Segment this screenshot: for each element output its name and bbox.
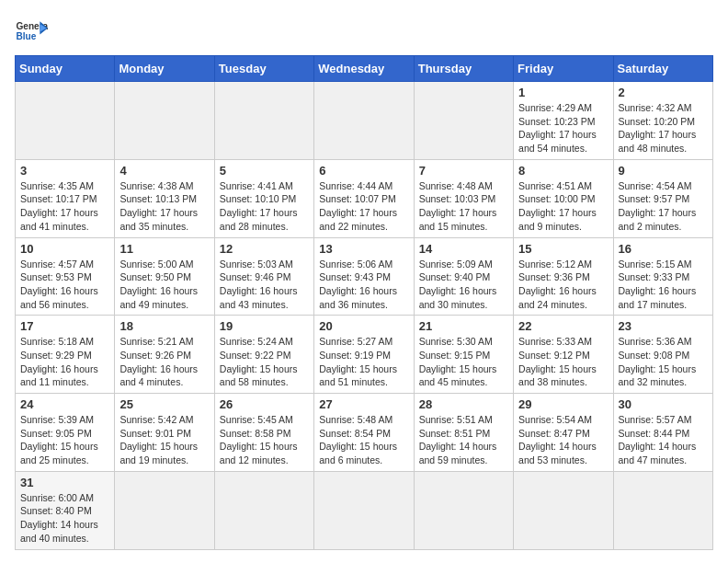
day-info: Sunrise: 5:06 AM Sunset: 9:43 PM Dayligh… [319, 258, 408, 312]
weekday-header-row: SundayMondayTuesdayWednesdayThursdayFrid… [16, 56, 713, 82]
day-number: 16 [619, 242, 708, 256]
calendar-day-cell: 10Sunrise: 4:57 AM Sunset: 9:53 PM Dayli… [16, 237, 115, 316]
day-number: 17 [20, 319, 109, 333]
day-info: Sunrise: 5:51 AM Sunset: 8:51 PM Dayligh… [419, 413, 508, 467]
calendar-day-cell: 4Sunrise: 4:38 AM Sunset: 10:13 PM Dayli… [115, 159, 214, 237]
day-number: 18 [119, 319, 209, 333]
weekday-header-cell: Monday [115, 56, 214, 82]
day-number: 31 [20, 476, 109, 489]
day-number: 14 [419, 242, 508, 256]
day-number: 23 [619, 319, 708, 333]
weekday-header-cell: Wednesday [314, 56, 414, 82]
day-number: 20 [319, 319, 408, 333]
header: General Blue [15, 15, 713, 48]
weekday-header-cell: Friday [514, 56, 613, 82]
calendar-day-cell: 24Sunrise: 5:39 AM Sunset: 9:05 PM Dayli… [16, 394, 115, 472]
day-info: Sunrise: 5:54 AM Sunset: 8:47 PM Dayligh… [518, 413, 608, 467]
day-info: Sunrise: 4:44 AM Sunset: 10:07 PM Daylig… [319, 179, 408, 234]
day-info: Sunrise: 6:00 AM Sunset: 8:40 PM Dayligh… [20, 491, 109, 546]
day-info: Sunrise: 4:57 AM Sunset: 9:53 PM Dayligh… [20, 258, 109, 312]
logo: General Blue [15, 15, 48, 48]
calendar-body: 1Sunrise: 4:29 AM Sunset: 10:23 PM Dayli… [16, 82, 713, 550]
calendar-day-cell: 1Sunrise: 4:29 AM Sunset: 10:23 PM Dayli… [514, 82, 613, 160]
day-info: Sunrise: 4:35 AM Sunset: 10:17 PM Daylig… [20, 179, 109, 234]
day-number: 1 [518, 86, 608, 99]
day-number: 9 [619, 164, 708, 178]
calendar-day-cell: 18Sunrise: 5:21 AM Sunset: 9:26 PM Dayli… [115, 316, 214, 394]
day-info: Sunrise: 4:51 AM Sunset: 10:00 PM Daylig… [518, 179, 608, 234]
calendar-day-cell [414, 82, 513, 160]
day-info: Sunrise: 5:39 AM Sunset: 9:05 PM Dayligh… [20, 413, 109, 467]
calendar-day-cell: 9Sunrise: 4:54 AM Sunset: 9:57 PM Daylig… [613, 159, 712, 237]
calendar-day-cell: 27Sunrise: 5:48 AM Sunset: 8:54 PM Dayli… [314, 394, 414, 472]
day-info: Sunrise: 5:21 AM Sunset: 9:26 PM Dayligh… [119, 335, 209, 389]
calendar-day-cell: 29Sunrise: 5:54 AM Sunset: 8:47 PM Dayli… [514, 394, 613, 472]
calendar-day-cell: 15Sunrise: 5:12 AM Sunset: 9:36 PM Dayli… [514, 237, 613, 316]
calendar-day-cell: 31Sunrise: 6:00 AM Sunset: 8:40 PM Dayli… [16, 471, 115, 549]
day-info: Sunrise: 5:00 AM Sunset: 9:50 PM Dayligh… [119, 258, 209, 312]
day-info: Sunrise: 5:48 AM Sunset: 8:54 PM Dayligh… [319, 413, 408, 467]
calendar-day-cell [414, 471, 513, 549]
calendar-day-cell: 17Sunrise: 5:18 AM Sunset: 9:29 PM Dayli… [16, 316, 115, 394]
day-info: Sunrise: 5:33 AM Sunset: 9:12 PM Dayligh… [518, 335, 608, 389]
day-number: 8 [518, 164, 608, 178]
calendar-day-cell: 19Sunrise: 5:24 AM Sunset: 9:22 PM Dayli… [214, 316, 313, 394]
calendar-day-cell: 26Sunrise: 5:45 AM Sunset: 8:58 PM Dayli… [214, 394, 313, 472]
calendar-day-cell [514, 471, 613, 549]
day-info: Sunrise: 5:42 AM Sunset: 9:01 PM Dayligh… [119, 413, 209, 467]
calendar-day-cell [314, 471, 414, 549]
calendar-day-cell: 11Sunrise: 5:00 AM Sunset: 9:50 PM Dayli… [115, 237, 214, 316]
day-number: 26 [220, 397, 309, 411]
day-number: 2 [619, 86, 708, 99]
calendar-day-cell: 12Sunrise: 5:03 AM Sunset: 9:46 PM Dayli… [214, 237, 313, 316]
calendar-day-cell: 5Sunrise: 4:41 AM Sunset: 10:10 PM Dayli… [214, 159, 313, 237]
calendar-day-cell: 30Sunrise: 5:57 AM Sunset: 8:44 PM Dayli… [613, 394, 712, 472]
calendar-week-row: 3Sunrise: 4:35 AM Sunset: 10:17 PM Dayli… [16, 159, 713, 237]
day-number: 10 [20, 242, 109, 256]
calendar-day-cell: 16Sunrise: 5:15 AM Sunset: 9:33 PM Dayli… [613, 237, 712, 316]
calendar-day-cell [314, 82, 414, 160]
day-info: Sunrise: 5:03 AM Sunset: 9:46 PM Dayligh… [220, 258, 309, 312]
day-number: 29 [518, 397, 608, 411]
day-number: 28 [419, 397, 508, 411]
calendar-day-cell: 20Sunrise: 5:27 AM Sunset: 9:19 PM Dayli… [314, 316, 414, 394]
day-info: Sunrise: 4:54 AM Sunset: 9:57 PM Dayligh… [619, 179, 708, 234]
day-number: 6 [319, 164, 408, 178]
calendar-day-cell [214, 82, 313, 160]
day-number: 13 [319, 242, 408, 256]
day-info: Sunrise: 5:36 AM Sunset: 9:08 PM Dayligh… [619, 335, 708, 389]
day-number: 27 [319, 397, 408, 411]
day-info: Sunrise: 5:15 AM Sunset: 9:33 PM Dayligh… [619, 258, 708, 312]
day-number: 22 [518, 319, 608, 333]
day-number: 7 [419, 164, 508, 178]
calendar-day-cell [613, 471, 712, 549]
calendar-day-cell: 7Sunrise: 4:48 AM Sunset: 10:03 PM Dayli… [414, 159, 513, 237]
calendar-day-cell: 6Sunrise: 4:44 AM Sunset: 10:07 PM Dayli… [314, 159, 414, 237]
calendar-week-row: 1Sunrise: 4:29 AM Sunset: 10:23 PM Dayli… [16, 82, 713, 160]
calendar-day-cell: 13Sunrise: 5:06 AM Sunset: 9:43 PM Dayli… [314, 237, 414, 316]
day-info: Sunrise: 5:12 AM Sunset: 9:36 PM Dayligh… [518, 258, 608, 312]
day-number: 4 [119, 164, 209, 178]
calendar-week-row: 31Sunrise: 6:00 AM Sunset: 8:40 PM Dayli… [16, 471, 713, 549]
weekday-header-cell: Tuesday [214, 56, 313, 82]
calendar-day-cell: 22Sunrise: 5:33 AM Sunset: 9:12 PM Dayli… [514, 316, 613, 394]
calendar-day-cell: 28Sunrise: 5:51 AM Sunset: 8:51 PM Dayli… [414, 394, 513, 472]
day-info: Sunrise: 4:48 AM Sunset: 10:03 PM Daylig… [419, 179, 508, 234]
calendar-week-row: 24Sunrise: 5:39 AM Sunset: 9:05 PM Dayli… [16, 394, 713, 472]
day-number: 24 [20, 397, 109, 411]
day-number: 21 [419, 319, 508, 333]
weekday-header-cell: Thursday [414, 56, 513, 82]
calendar-day-cell: 8Sunrise: 4:51 AM Sunset: 10:00 PM Dayli… [514, 159, 613, 237]
day-info: Sunrise: 4:32 AM Sunset: 10:20 PM Daylig… [619, 101, 708, 155]
weekday-header-cell: Saturday [613, 56, 712, 82]
day-info: Sunrise: 5:24 AM Sunset: 9:22 PM Dayligh… [220, 335, 309, 389]
calendar-day-cell: 23Sunrise: 5:36 AM Sunset: 9:08 PM Dayli… [613, 316, 712, 394]
day-number: 5 [220, 164, 309, 178]
day-number: 11 [119, 242, 209, 256]
day-info: Sunrise: 5:57 AM Sunset: 8:44 PM Dayligh… [619, 413, 708, 467]
calendar-day-cell: 21Sunrise: 5:30 AM Sunset: 9:15 PM Dayli… [414, 316, 513, 394]
day-number: 25 [119, 397, 209, 411]
day-info: Sunrise: 5:45 AM Sunset: 8:58 PM Dayligh… [220, 413, 309, 467]
calendar-day-cell: 3Sunrise: 4:35 AM Sunset: 10:17 PM Dayli… [16, 159, 115, 237]
day-number: 19 [220, 319, 309, 333]
